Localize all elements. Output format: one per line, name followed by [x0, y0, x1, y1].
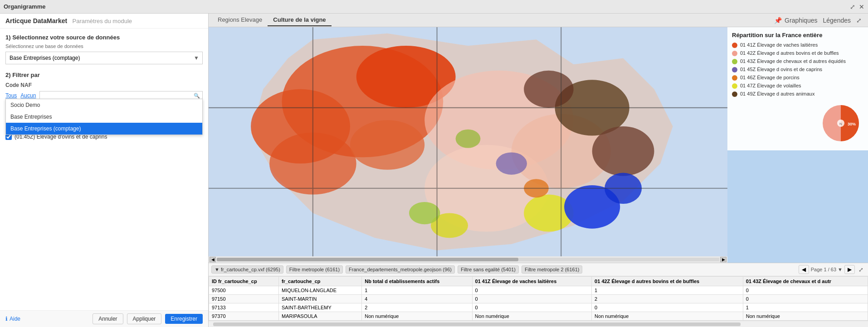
col-v3[interactable]: 01 43Z Élevage de chevaux et d autr	[743, 277, 868, 286]
cell-total-4: Non numérique	[362, 312, 472, 321]
svg-point-12	[524, 71, 573, 108]
tab-regions-elevage[interactable]: Regions Elevage	[212, 14, 268, 26]
table-bottom-scrollbar[interactable]	[209, 321, 868, 327]
page-label: Page 1 / 63 ▼	[811, 267, 843, 272]
dropdown-item-base-entreprises[interactable]: Base Entreprises	[6, 111, 202, 123]
col-name[interactable]: fr_cartouche_cp	[278, 277, 361, 286]
tous-button[interactable]: Tous	[5, 92, 17, 99]
col-total[interactable]: Nb total d etablissements actifs	[362, 277, 472, 286]
col-v2[interactable]: 01 42Z Élevage d autres bovins et de buf…	[592, 277, 743, 286]
top-bar: Organigramme ⤢ ✕	[0, 0, 868, 14]
cell-v2-1: 1	[592, 286, 743, 295]
legend-color-5	[732, 75, 737, 81]
appliquer-button[interactable]: Appliquer	[127, 313, 162, 324]
step2-title: 2) Filtrer par	[5, 72, 203, 78]
legend-label-2: 01 42Z Élevage d autres bovins et de buf…	[740, 50, 839, 56]
map-svg	[209, 27, 727, 263]
table-tag-1[interactable]: ▼ fr_cartouche_cp.vxf (6295)	[211, 265, 283, 274]
table-tag-4[interactable]: Filtre sans egalité (5401)	[458, 265, 519, 274]
cell-total-1: 1	[362, 286, 472, 295]
right-panel: Regions Elevage Culture de la vigne 📌 Gr…	[209, 14, 868, 327]
scroll-left-btn[interactable]: ◀	[210, 257, 216, 262]
data-table: ID fr_cartouche_cp fr_cartouche_cp Nb to…	[209, 276, 868, 321]
table-tag-3[interactable]: France_departements_metropole.geojson (9…	[346, 265, 455, 274]
cell-v3-4: Non numérique	[743, 312, 868, 321]
tab-culture-vigne[interactable]: Culture de la vigne	[268, 14, 331, 26]
close-icon[interactable]: ✕	[859, 3, 864, 10]
graphiques-button[interactable]: Graphiques	[782, 16, 820, 25]
legend-color-2	[732, 51, 737, 56]
help-link[interactable]: ℹ Aide	[5, 316, 20, 322]
scroll-right-btn[interactable]: ▶	[720, 257, 727, 262]
map-container[interactable]: Répartition sur la France entière 01 41Z…	[209, 27, 868, 263]
prev-page-btn[interactable]: ◀	[799, 265, 809, 274]
legend-item-1: 01 41Z Élevage de vaches laitières	[732, 42, 863, 48]
tabs-row: Regions Elevage Culture de la vigne 📌 Gr…	[209, 14, 868, 27]
cell-total-3: 2	[362, 303, 472, 312]
legend-label-6: 01 47Z Élevage de volailles	[740, 83, 801, 88]
help-icon: ℹ	[5, 316, 8, 322]
table-tag-5[interactable]: Filtre metropole 2 (6161)	[522, 265, 582, 274]
legend-label-5: 01 46Z Élevage de porcins	[740, 75, 800, 80]
legend-item-5: 01 46Z Élevage de porcins	[732, 75, 863, 81]
pie-chart: 30% N	[818, 101, 863, 146]
col-v1[interactable]: 01 41Z Élevage de vaches laitières	[472, 277, 592, 286]
table-tag-2[interactable]: Filtre metropole (6161)	[286, 265, 343, 274]
expand-icon[interactable]: ⤢	[850, 3, 855, 10]
legendes-button[interactable]: Légendes	[820, 16, 853, 25]
cell-v2-4: Non numérique	[592, 312, 743, 321]
step1-title: 1) Sélectionnez votre source de données	[5, 34, 203, 41]
svg-text:N: N	[839, 122, 842, 126]
legend-item-4: 01 45Z Élevage d ovins et de caprins	[732, 67, 863, 72]
svg-point-17	[409, 202, 440, 224]
annuler-button[interactable]: Annuler	[93, 313, 123, 324]
svg-point-19	[496, 152, 527, 174]
cell-name-4: MARIPASOULA	[278, 312, 361, 321]
tab-regions-elevage-label: Regions Elevage	[218, 16, 262, 23]
table-header-row: ID fr_cartouche_cp fr_cartouche_cp Nb to…	[209, 277, 868, 286]
enregistrer-button[interactable]: Enregistrer	[165, 314, 203, 324]
database-select[interactable]: Socio Demo Base Entreprises Base Entrepr…	[5, 52, 203, 64]
legend-item-2: 01 42Z Élevage d autres bovins et de buf…	[732, 50, 863, 56]
legend-color-6	[732, 83, 737, 89]
table-expand-btn[interactable]: ⤢	[857, 265, 865, 274]
cell-id-2: 97150	[209, 295, 279, 303]
table-header-bar: ▼ fr_cartouche_cp.vxf (6295) Filtre metr…	[209, 263, 868, 276]
left-panel-footer: ℹ Aide Annuler Appliquer Enregistrer	[0, 310, 208, 327]
dropdown-overlay: Socio Demo Base Entreprises Base Entrepr…	[5, 99, 203, 135]
table-nav: ◀ Page 1 / 63 ▼ ▶ ⤢	[799, 265, 865, 274]
cell-id-1: 97500	[209, 286, 279, 295]
panel-subtitle: Paramètres du module	[73, 18, 132, 24]
cell-v3-1: 0	[743, 286, 868, 295]
step1-subtitle: Sélectionnez une base de données	[5, 43, 203, 49]
map-hscrollbar[interactable]: ◀ ▶	[209, 256, 727, 263]
legend-item-6: 01 47Z Élevage de volailles	[732, 83, 863, 89]
database-select-wrapper: Socio Demo Base Entreprises Base Entrepr…	[5, 52, 203, 64]
cell-v1-1: 0	[472, 286, 592, 295]
cell-id-4: 97370	[209, 312, 279, 321]
search-icon: 🔍	[194, 93, 200, 99]
left-panel-content: 1) Sélectionnez votre source de données …	[0, 29, 208, 310]
table-scroll-thumb	[213, 322, 741, 326]
app-title: Organigramme	[4, 3, 45, 10]
data-table-wrapper[interactable]: ID fr_cartouche_cp fr_cartouche_cp Nb to…	[209, 276, 868, 321]
svg-point-18	[456, 130, 481, 148]
legend-label-1: 01 41Z Élevage de vaches laitières	[740, 42, 818, 48]
cell-v3-3: 1	[743, 303, 868, 312]
next-page-btn[interactable]: ▶	[844, 265, 855, 274]
left-panel-header: Articque DataMarket Paramètres du module	[0, 14, 208, 29]
dropdown-item-sociodemo[interactable]: Socio Demo	[6, 99, 202, 111]
cell-name-1: MIQUELON-LANGLADE	[278, 286, 361, 295]
dropdown-item-base-entreprises-comptage[interactable]: Base Entreprises (comptage)	[6, 123, 202, 135]
table-row: 97150 SAINT-MARTIN 4 0 2 0	[209, 295, 868, 303]
table-row: 97370 MARIPASOULA Non numérique Non numé…	[209, 312, 868, 321]
cell-v1-4: Non numérique	[472, 312, 592, 321]
legend-title: Répartition sur la France entière	[732, 32, 863, 38]
aucun-button[interactable]: Aucun	[20, 92, 36, 99]
pie-chart-container: 30% N	[732, 101, 863, 146]
cell-v3-2: 0	[743, 295, 868, 303]
cell-v2-2: 2	[592, 295, 743, 303]
col-id[interactable]: ID fr_cartouche_cp	[209, 277, 279, 286]
legend-label-4: 01 45Z Élevage d ovins et de caprins	[740, 67, 822, 72]
expand-map-button[interactable]: ⤢	[853, 16, 864, 25]
